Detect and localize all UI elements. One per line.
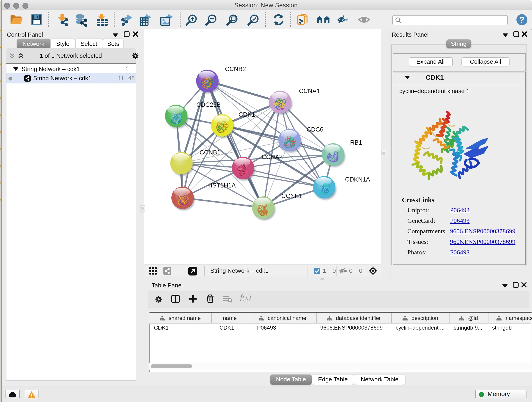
svg-text:CCNB1: CCNB1 [200, 149, 221, 156]
svg-text:CCNE1: CCNE1 [281, 192, 302, 199]
svg-text:CDKN1A: CDKN1A [345, 176, 370, 183]
svg-text:CDC6: CDC6 [307, 126, 323, 133]
svg-text:CDK1: CDK1 [239, 111, 255, 118]
svg-text:CCNA2: CCNA2 [262, 153, 283, 160]
svg-text:HIST1H1A: HIST1H1A [206, 182, 236, 189]
svg-text:?: ? [519, 15, 525, 25]
svg-text:CCNB2: CCNB2 [225, 65, 246, 72]
svg-text:CCNA1: CCNA1 [299, 88, 320, 95]
svg-text:CDC25B: CDC25B [196, 101, 221, 108]
svg-text:RB1: RB1 [350, 139, 362, 146]
